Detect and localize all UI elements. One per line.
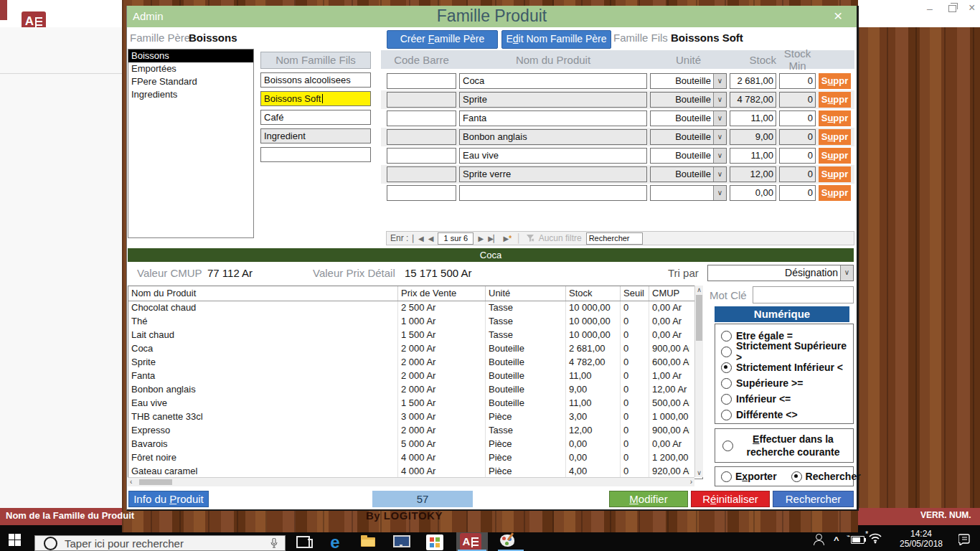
edit-nom-famille-pere-button[interactable]: Edit Nom Famille Père [501, 30, 611, 49]
record-search-input[interactable]: Rechercher [586, 232, 643, 245]
stock-cell[interactable]: 4 782,00 [730, 92, 776, 108]
cell-stock[interactable]: 0,00 [566, 451, 621, 465]
minimize-icon[interactable]: – [927, 4, 933, 14]
cell-prix[interactable]: 1 500 Ar [398, 329, 486, 342]
cell-prix[interactable]: 2 000 Ar [398, 369, 486, 383]
product-name-cell[interactable]: Sprite [459, 92, 647, 108]
info-produit-button[interactable]: Info du Produit [128, 491, 209, 507]
stock-min-cell[interactable]: 0 [779, 110, 816, 126]
record-position[interactable]: 1 sur 6 [438, 232, 473, 245]
cell-unite[interactable]: Tasse [486, 424, 566, 438]
criteria-radio-option[interactable]: Strictement Supérieure > [715, 344, 853, 359]
close-icon[interactable]: × [969, 3, 975, 13]
suppr-button[interactable]: Suppr [819, 73, 851, 89]
cell-nom[interactable]: THB canette 33cl [128, 410, 398, 424]
col-nom-produit[interactable]: Nom du Produit [128, 286, 398, 301]
file-explorer-icon[interactable] [360, 535, 377, 550]
cell-nom[interactable]: Fanta [128, 369, 398, 383]
previous-record-icon[interactable]: ◀ [428, 235, 434, 242]
radio-icon[interactable] [721, 394, 732, 405]
fils-name-input[interactable] [260, 147, 371, 162]
chevron-down-icon[interactable]: ∨ [713, 167, 726, 182]
cell-prix[interactable]: 3 000 Ar [398, 410, 486, 424]
taskbar-clock[interactable]: 14:24 25/05/2018 [891, 529, 951, 549]
radio-icon[interactable] [722, 441, 733, 451]
stock-cell[interactable]: 2 681,00 [730, 73, 776, 89]
cell-prix[interactable]: 2 500 Ar [398, 301, 486, 315]
cell-seuil[interactable]: 0 [621, 356, 649, 369]
product-name-cell[interactable]: Coca [459, 73, 647, 89]
col-prix-vente[interactable]: Prix de Vente [398, 286, 486, 301]
unit-select[interactable]: Bouteille∨ [650, 166, 727, 182]
cell-unite[interactable]: Bouteille [486, 342, 566, 356]
cell-seuil[interactable]: 0 [621, 329, 649, 342]
cell-stock[interactable]: 2 681,00 [566, 342, 621, 356]
radio-icon[interactable] [721, 362, 732, 373]
product-name-cell[interactable]: Bonbon anglais [459, 129, 647, 145]
stock-min-cell[interactable]: 0 [779, 185, 816, 201]
cell-nom[interactable]: Expresso [128, 424, 398, 438]
suppr-button[interactable]: Suppr [819, 92, 851, 108]
cell-stock[interactable]: 10 000,00 [566, 315, 621, 329]
task-view-icon[interactable] [294, 535, 311, 550]
creer-famille-pere-button[interactable]: Créer Famille Père [387, 30, 498, 49]
table-row[interactable]: Bonbon anglais 2 000 Ar Bouteille 9,00 0… [128, 383, 702, 397]
start-button[interactable] [9, 534, 21, 546]
unit-select[interactable]: Bouteille∨ [650, 92, 727, 108]
chevron-down-icon[interactable]: ∨ [713, 111, 726, 126]
radio-icon[interactable] [721, 471, 732, 482]
cell-nom[interactable]: Fôret noire [128, 451, 398, 465]
paint-icon[interactable] [499, 534, 517, 550]
scroll-up-icon[interactable]: ∧ [695, 286, 703, 293]
stock-cell[interactable]: 11,00 [730, 148, 776, 164]
cell-cmup[interactable]: 600,00 Ar [649, 356, 689, 369]
chevron-down-icon[interactable]: ∨ [713, 130, 726, 144]
mot-cle-input[interactable] [753, 286, 854, 303]
criteria-radio-option[interactable]: Strictement Inférieur < [715, 359, 853, 375]
unit-select[interactable]: ∨ [650, 185, 727, 201]
cell-prix[interactable]: 4 000 Ar [398, 451, 486, 465]
people-icon[interactable] [813, 534, 824, 545]
battery-icon[interactable] [851, 536, 864, 544]
stock-cell[interactable]: 0,00 [730, 185, 776, 201]
famille-list-item[interactable]: FPere Standard [128, 75, 253, 88]
suppr-button[interactable]: Suppr [819, 166, 851, 182]
chevron-down-icon[interactable]: ∨ [713, 149, 726, 163]
chevron-down-icon[interactable]: ∨ [840, 265, 853, 281]
cell-prix[interactable]: 5 000 Ar [398, 438, 486, 451]
scrollbar-thumb[interactable] [139, 479, 172, 485]
cell-seuil[interactable]: 0 [621, 424, 649, 438]
vertical-scrollbar[interactable]: ∧ ∨ [694, 286, 703, 477]
product-name-cell[interactable]: Fanta [459, 110, 647, 126]
tri-par-select[interactable]: Désignation ∨ [707, 265, 854, 281]
table-row[interactable]: Expresso 2 000 Ar Tasse 12,00 0 900,00 A… [128, 424, 702, 438]
col-unite[interactable]: Unité [486, 286, 566, 301]
cell-nom[interactable]: Sprite [128, 356, 398, 369]
code-barre-cell[interactable] [387, 92, 456, 108]
table-row[interactable]: THB canette 33cl 3 000 Ar Pièce 3,00 0 1… [128, 410, 702, 424]
famille-list-item[interactable]: Emportées [128, 62, 253, 75]
cell-cmup[interactable]: 500,00 Ar [649, 397, 689, 410]
cell-stock[interactable]: 0,00 [566, 438, 621, 451]
effectuer-option[interactable]: Effectuer dans la recherche courante [715, 428, 854, 463]
criteria-radio-option[interactable]: Inférieur <= [715, 391, 853, 407]
cell-unite[interactable]: Pièce [486, 451, 566, 465]
cell-cmup[interactable]: 0,00 Ar [649, 301, 689, 315]
code-barre-cell[interactable] [387, 166, 456, 182]
cell-cmup[interactable]: 1,00 Ar [649, 369, 689, 383]
dialog-close-icon[interactable]: × [834, 7, 842, 24]
unit-select[interactable]: Bouteille∨ [650, 129, 727, 145]
first-record-icon[interactable]: ▏◀ [413, 235, 423, 242]
cell-nom[interactable]: Thé [128, 315, 398, 329]
cell-unite[interactable]: Tasse [486, 301, 566, 315]
chevron-down-icon[interactable]: ∨ [713, 74, 726, 88]
cell-cmup[interactable]: 900,00 Ar [649, 424, 689, 438]
radio-icon[interactable] [791, 471, 802, 482]
horizontal-scrollbar[interactable]: ‹ › [128, 477, 694, 486]
notification-center-icon[interactable] [958, 534, 971, 545]
suppr-button[interactable]: Suppr [819, 110, 851, 126]
cell-prix[interactable]: 2 000 Ar [398, 356, 486, 369]
stock-min-cell[interactable]: 0 [779, 148, 816, 164]
col-cmup[interactable]: CMUP [649, 286, 689, 301]
modifier-button[interactable]: Modifier [609, 491, 688, 507]
